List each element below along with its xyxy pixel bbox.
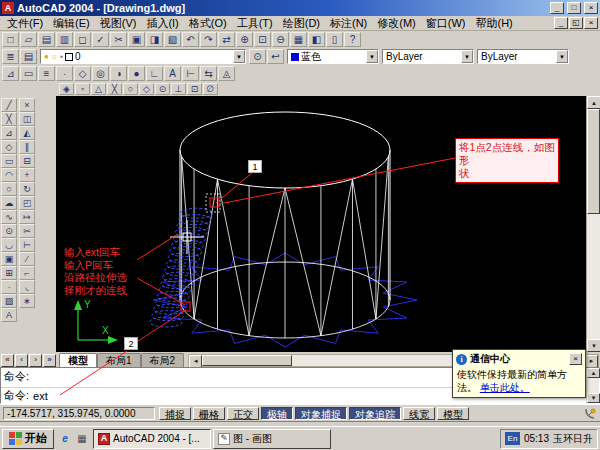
polygon-icon[interactable]: ◇ <box>1 140 17 154</box>
designcenter-icon[interactable]: ◧ <box>308 32 325 47</box>
tab-scroll-next[interactable]: › <box>29 354 42 367</box>
chevron-down-icon[interactable]: ▼ <box>461 50 473 63</box>
vertical-scrollbar[interactable]: ▲ ▼ <box>586 96 600 352</box>
point-icon[interactable]: ∙ <box>1 280 17 294</box>
snap-intersection-icon[interactable]: ╳ <box>107 83 122 95</box>
tab-layout2[interactable]: 布局2 <box>141 353 185 367</box>
scrollbar-track[interactable] <box>587 214 600 339</box>
toggle-grid[interactable]: 栅格 <box>193 407 225 420</box>
toggle-polar[interactable]: 极轴 <box>261 407 293 420</box>
offset-icon[interactable]: ∥ <box>19 140 35 154</box>
snap-perpendicular-icon[interactable]: ⊥ <box>171 83 186 95</box>
ellipse-icon[interactable]: ⊙ <box>1 224 17 238</box>
zoom-realtime-icon[interactable]: ⊕ <box>236 32 253 47</box>
mirror-icon[interactable]: ◭ <box>19 126 35 140</box>
draw-order-icon[interactable]: ◬ <box>218 66 235 81</box>
3d-orbit-icon[interactable]: ◎ <box>92 66 109 81</box>
snap-node-icon[interactable]: ⊡ <box>187 83 202 95</box>
command-scrollbar[interactable]: ▲ ▼ <box>586 368 599 403</box>
toggle-snap[interactable]: 捕捉 <box>159 407 191 420</box>
zoom-previous-icon[interactable]: ⊖ <box>272 32 289 47</box>
make-block-icon[interactable]: ⊞ <box>1 266 17 280</box>
toggle-osnap[interactable]: 对象捕捉 <box>295 407 347 420</box>
ellipse-arc-icon[interactable]: ◡ <box>1 238 17 252</box>
snap-quadrant-icon[interactable]: ◇ <box>139 83 154 95</box>
dist-icon[interactable]: ⊿ <box>2 66 19 81</box>
menu-window[interactable]: 窗口(W) <box>421 16 471 31</box>
mdi-minimize-button[interactable]: _ <box>554 17 568 29</box>
menu-modify[interactable]: 修改(M) <box>372 16 421 31</box>
insert-block-icon[interactable]: ▣ <box>1 252 17 266</box>
maximize-button[interactable]: □ <box>567 2 581 14</box>
zoom-window-icon[interactable]: ⊡ <box>254 32 271 47</box>
quick-launch-ie-icon[interactable]: e <box>57 431 73 447</box>
circle-icon[interactable]: ○ <box>1 182 17 196</box>
undo-icon[interactable]: ↶ <box>182 32 199 47</box>
tab-scroll-prev[interactable]: ‹ <box>15 354 28 367</box>
toggle-otrack[interactable]: 对象追踪 <box>349 407 401 420</box>
array-icon[interactable]: ⊟ <box>19 154 35 168</box>
layer-properties-manager-icon[interactable]: ≣ <box>2 49 19 64</box>
toggle-ortho[interactable]: 正交 <box>227 407 259 420</box>
pan-icon[interactable]: ⇄ <box>218 32 235 47</box>
copy-clip-icon[interactable]: ▣ <box>128 32 145 47</box>
redo-icon[interactable]: ↷ <box>200 32 217 47</box>
quick-launch-desktop-icon[interactable]: ▦ <box>74 431 90 447</box>
plot-icon[interactable]: ▥ <box>56 32 73 47</box>
mdi-restore-button[interactable]: ◱ <box>569 17 583 29</box>
communication-center-icon[interactable] <box>583 407 597 420</box>
drawing-canvas[interactable]: YX 输入ext回车输入P回车沿路径拉伸选择刚才的连线 将1点2点连线，如图形状… <box>56 96 586 352</box>
snap-none-icon[interactable]: ∅ <box>203 83 218 95</box>
render-icon[interactable]: ● <box>128 66 145 81</box>
mdi-close-button[interactable]: × <box>584 17 598 29</box>
spline-icon[interactable]: ∿ <box>1 210 17 224</box>
scroll-up-icon[interactable]: ▲ <box>587 96 600 109</box>
menu-help[interactable]: 帮助(H) <box>471 16 518 31</box>
layer-states-icon[interactable]: ▤ <box>20 49 37 64</box>
menu-draw[interactable]: 绘图(D) <box>278 16 325 31</box>
chevron-down-icon[interactable]: ▼ <box>233 50 245 63</box>
chevron-down-icon[interactable]: ▼ <box>366 50 378 63</box>
menu-view[interactable]: 视图(V) <box>95 16 142 31</box>
color-dropdown[interactable]: 蓝色 ▼ <box>287 49 379 64</box>
ucs-world-icon[interactable]: ∟ <box>146 66 163 81</box>
task-autocad[interactable]: A AutoCAD 2004 - [... <box>93 429 211 449</box>
taskbar-clock[interactable]: 05:13 <box>524 433 549 444</box>
new-file-icon[interactable]: □ <box>2 32 19 47</box>
lineweight-dropdown[interactable]: ByLayer ▼ <box>477 49 569 64</box>
polyline-icon[interactable]: ⊿ <box>1 126 17 140</box>
properties-icon[interactable]: ▦ <box>290 32 307 47</box>
tab-model[interactable]: 模型 <box>59 353 97 367</box>
scroll-down-icon[interactable]: ▼ <box>587 393 600 403</box>
extend-icon[interactable]: ⊢ <box>19 238 35 252</box>
stretch-icon[interactable]: ↦ <box>19 210 35 224</box>
paste-icon[interactable]: ◨ <box>146 32 163 47</box>
minimize-button[interactable]: _ <box>550 2 564 14</box>
menu-format[interactable]: 格式(O) <box>184 16 232 31</box>
layer-translate-icon[interactable]: ⇆ <box>200 66 217 81</box>
scroll-right-icon[interactable]: ► <box>585 355 598 368</box>
scroll-left-icon[interactable]: ◄ <box>189 355 202 368</box>
toggle-model[interactable]: 模型 <box>437 407 469 420</box>
snap-midpoint-icon[interactable]: △ <box>91 83 106 95</box>
chevron-down-icon[interactable]: ▼ <box>556 50 568 63</box>
make-object-layer-current-icon[interactable]: ⊙ <box>249 49 266 64</box>
hatch-icon[interactable]: ▨ <box>1 294 17 308</box>
start-button[interactable]: 开始 <box>2 429 54 449</box>
menu-file[interactable]: 文件(F) <box>2 16 48 31</box>
menu-edit[interactable]: 编辑(E) <box>48 16 95 31</box>
toggle-lineweight[interactable]: 线宽 <box>403 407 435 420</box>
rotate-icon[interactable]: ↻ <box>19 182 35 196</box>
text-style-icon[interactable]: A <box>164 66 181 81</box>
ime-indicator[interactable]: En <box>505 432 520 445</box>
tab-scroll-first[interactable]: « <box>1 354 14 367</box>
tool-palettes-icon[interactable]: ▯ <box>326 32 343 47</box>
scroll-down-icon[interactable]: ▼ <box>587 339 600 352</box>
snap-endpoint-icon[interactable]: ▫ <box>75 83 90 95</box>
spelling-icon[interactable]: ✓ <box>92 32 109 47</box>
menu-dimension[interactable]: 标注(N) <box>325 16 372 31</box>
named-views-icon[interactable]: ◇ <box>74 66 91 81</box>
explode-icon[interactable]: ∗ <box>19 294 35 308</box>
chamfer-icon[interactable]: ⌐ <box>19 266 35 280</box>
scrollbar-thumb[interactable] <box>202 355 292 366</box>
